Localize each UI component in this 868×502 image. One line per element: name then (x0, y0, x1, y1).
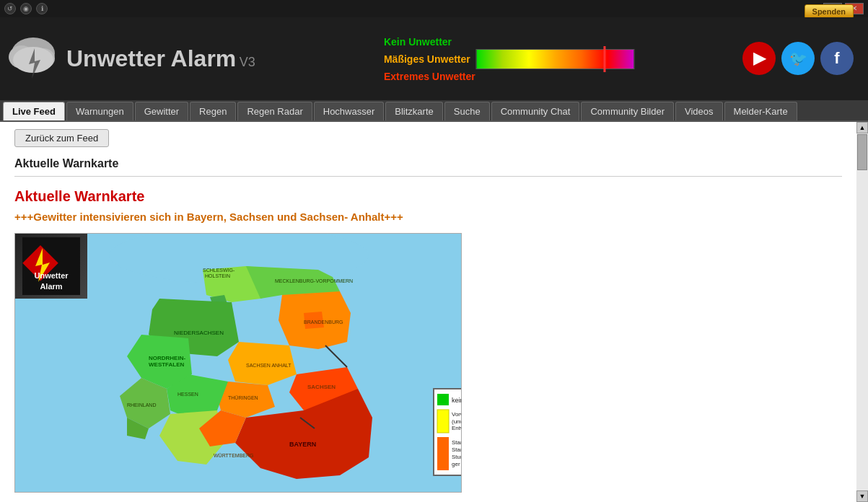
svg-text:Vorwarnung vor Gewitter: Vorwarnung vor Gewitter (452, 411, 462, 418)
tab-community-bilder[interactable]: Community Bilder (581, 102, 674, 120)
twitter-button[interactable]: 🐦 (781, 42, 815, 75)
youtube-button[interactable]: ▶ (742, 42, 776, 75)
germany-map: Gültig ab: 07. September 2014 17:35 Uhr (14, 233, 462, 493)
title-bar-left: ↺ ◉ ℹ (4, 3, 48, 14)
tab-live-feed[interactable]: Live Feed (3, 102, 65, 120)
svg-text:SACHSEN: SACHSEN (307, 384, 336, 390)
app-header: Unwetter Alarm V3 Kein Unwetter Mäßiges … (0, 17, 868, 100)
tab-videos[interactable]: Videos (675, 102, 723, 120)
svg-text:Starkes Gewitter:: Starkes Gewitter: (452, 439, 462, 446)
weather-bar (476, 49, 635, 69)
svg-text:WESTFALEN: WESTFALEN (149, 361, 185, 368)
svg-text:ger Hagel möglich: ger Hagel möglich (452, 461, 462, 467)
facebook-button[interactable]: f (820, 42, 854, 75)
weather-indicator (604, 46, 606, 72)
status-kein: Kein Unwetter (384, 36, 452, 48)
tab-hochwasser[interactable]: Hochwasser (314, 102, 385, 120)
social-icons: ▶ 🐦 f (742, 42, 854, 75)
app-version-text: V3 (240, 55, 255, 69)
scrollbar[interactable]: ▲ ▼ (856, 122, 868, 502)
section-title-bar: Aktuelle Warnkarte (14, 157, 842, 177)
svg-rect-32 (437, 437, 449, 470)
weather-status: Kein Unwetter Mäßiges Unwetter Extremes … (384, 36, 635, 82)
twitter-icon: 🐦 (789, 50, 807, 67)
tab-melder-karte[interactable]: Melder-Karte (724, 102, 797, 120)
tab-blitzkarte[interactable]: Blitzkarte (385, 102, 442, 120)
home-btn[interactable]: ◉ (20, 3, 32, 14)
svg-rect-28 (437, 410, 449, 433)
back-to-feed-button[interactable]: Zurück zum Feed (14, 129, 109, 147)
svg-text:RHEINLAND: RHEINLAND (127, 402, 156, 408)
main-content: ▲ ▼ Zurück zum Feed Aktuelle Warnkarte A… (0, 122, 868, 502)
logo-area: Unwetter Alarm V3 (7, 28, 255, 89)
ua-logo-text: Unwetter Alarm (22, 270, 80, 291)
svg-text:HESSEN: HESSEN (177, 392, 198, 397)
facebook-icon: f (834, 49, 839, 68)
info-btn[interactable]: ℹ (36, 3, 48, 14)
title-bar: ↺ ◉ ℹ Spenden – ✕ (0, 0, 868, 17)
ua-logo-line1: Unwetter (22, 270, 80, 281)
svg-text:keine aktiven Warnungen: keine aktiven Warnungen (452, 397, 462, 404)
tabs-bar: Live Feed Warnungen Gewitter Regen Regen… (0, 100, 868, 122)
scroll-up-button[interactable]: ▲ (856, 122, 868, 133)
svg-text:HOLSTEIN: HOLSTEIN (205, 273, 230, 278)
svg-text:BAYERN: BAYERN (289, 441, 316, 448)
tab-warnungen[interactable]: Warnungen (66, 102, 133, 120)
tab-suche[interactable]: Suche (444, 102, 490, 120)
svg-text:THÜRINGEN: THÜRINGEN (228, 395, 258, 400)
scrollbar-thumb[interactable] (857, 134, 867, 170)
svg-rect-26 (437, 394, 449, 405)
svg-text:Entwicklungen möglich): Entwicklungen möglich) (452, 425, 462, 431)
svg-text:Starkregen, schwere: Starkregen, schwere (452, 446, 462, 453)
ua-logo-overlay: Unwetter Alarm (15, 234, 87, 299)
svg-text:SACHSEN ANHALT: SACHSEN ANHALT (246, 363, 291, 368)
tab-gewitter[interactable]: Gewitter (135, 102, 188, 120)
status-maessig: Mäßiges Unwetter (384, 53, 470, 65)
tab-community-chat[interactable]: Community Chat (491, 102, 580, 120)
status-extrem: Extremes Unwetter (384, 71, 475, 82)
content-area: Zurück zum Feed Aktuelle Warnkarte Aktue… (0, 122, 856, 500)
refresh-btn[interactable]: ↺ (4, 3, 16, 14)
svg-text:BRANDENBURG: BRANDENBURG (304, 320, 343, 325)
tab-regen-radar[interactable]: Regen Radar (237, 102, 312, 120)
app-title-area: Unwetter Alarm V3 (66, 45, 255, 72)
app-title: Unwetter Alarm (66, 45, 236, 71)
section-title: Aktuelle Warnkarte (14, 157, 118, 169)
svg-text:Sturmböen, kleinkörni-: Sturmböen, kleinkörni- (452, 454, 462, 460)
app-logo-icon (7, 28, 59, 89)
youtube-icon: ▶ (753, 49, 766, 68)
map-container: Gültig ab: 07. September 2014 17:35 Uhr (14, 233, 462, 493)
scroll-down-button[interactable]: ▼ (856, 490, 868, 502)
svg-text:NORDRHEIN-: NORDRHEIN- (149, 355, 185, 361)
svg-text:SCHLESWIG-: SCHLESWIG- (203, 268, 235, 273)
svg-text:(unwetterartige: (unwetterartige (452, 418, 462, 425)
warn-subtitle: +++Gewitter intensivieren sich in Bayern… (14, 211, 842, 223)
ua-logo-line2: Alarm (22, 281, 80, 291)
svg-text:NIEDERSACHSEN: NIEDERSACHSEN (174, 330, 224, 336)
donate-button[interactable]: Spenden (805, 4, 854, 19)
svg-text:MECKLENBURG-VORPOMMERN: MECKLENBURG-VORPOMMERN (275, 278, 353, 283)
svg-text:WÜRTTEMBERG: WÜRTTEMBERG (214, 453, 253, 458)
warn-title: Aktuelle Warnkarte (14, 188, 842, 205)
weather-bar-container (476, 49, 635, 69)
title-bar-right: Spenden – ✕ (823, 3, 864, 14)
tab-regen[interactable]: Regen (190, 102, 236, 120)
